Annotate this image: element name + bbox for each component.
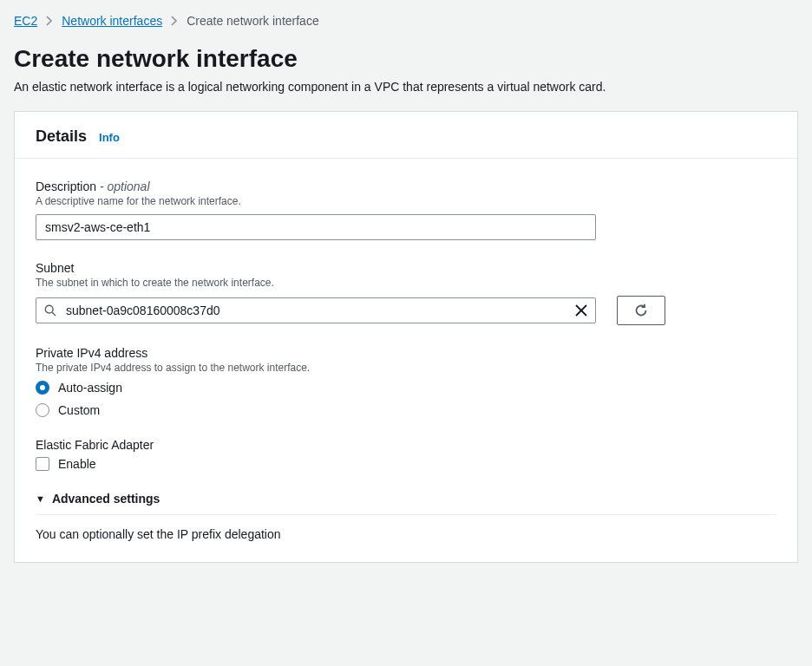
refresh-button[interactable] xyxy=(617,296,665,325)
radio-icon-selected xyxy=(36,381,49,395)
field-description: Description - optional A descriptive nam… xyxy=(36,180,776,240)
chevron-right-icon xyxy=(171,16,178,26)
subnet-help: The subnet in which to create the networ… xyxy=(36,277,776,289)
breadcrumb-link-ec2[interactable]: EC2 xyxy=(14,14,37,28)
details-panel: Details Info Description - optional A de… xyxy=(14,111,798,563)
info-link[interactable]: Info xyxy=(99,131,120,144)
caret-down-icon: ▼ xyxy=(36,493,45,504)
page-title: Create network interface xyxy=(14,45,798,73)
advanced-settings-toggle[interactable]: ▼ Advanced settings xyxy=(36,492,776,515)
efa-label: Elastic Fabric Adapter xyxy=(36,438,776,452)
field-ipv4: Private IPv4 address The private IPv4 ad… xyxy=(36,346,776,417)
advanced-section: ▼ Advanced settings You can optionally s… xyxy=(36,492,776,541)
description-label: Description - optional xyxy=(36,180,776,193)
radio-icon xyxy=(36,403,49,417)
radio-auto-assign[interactable]: Auto-assign xyxy=(36,381,776,395)
radio-custom[interactable]: Custom xyxy=(36,403,776,417)
refresh-icon xyxy=(634,304,648,317)
efa-enable-checkbox[interactable]: Enable xyxy=(36,457,776,471)
chevron-right-icon xyxy=(46,16,53,26)
description-input[interactable] xyxy=(36,214,596,240)
radio-custom-label: Custom xyxy=(58,403,100,417)
description-help: A descriptive name for the network inter… xyxy=(36,195,776,207)
subnet-label: Subnet xyxy=(36,261,776,275)
ipv4-label: Private IPv4 address xyxy=(36,346,776,360)
breadcrumb: EC2 Network interfaces Create network in… xyxy=(14,14,798,28)
advanced-body: You can optionally set the IP prefix del… xyxy=(36,527,776,541)
ipv4-help: The private IPv4 address to assign to th… xyxy=(36,362,776,374)
advanced-toggle-label: Advanced settings xyxy=(52,492,160,506)
checkbox-icon xyxy=(36,457,49,471)
description-label-main: Description xyxy=(36,180,96,193)
details-heading: Details xyxy=(36,127,87,146)
breadcrumb-link-network-interfaces[interactable]: Network interfaces xyxy=(62,14,162,28)
radio-auto-label: Auto-assign xyxy=(58,381,122,395)
subnet-input[interactable] xyxy=(36,297,596,323)
breadcrumb-current: Create network interface xyxy=(187,14,319,28)
subnet-select[interactable] xyxy=(36,297,596,323)
clear-icon[interactable] xyxy=(575,304,587,317)
page-description: An elastic network interface is a logica… xyxy=(14,80,798,94)
field-subnet: Subnet The subnet in which to create the… xyxy=(36,261,776,325)
description-label-optional: - optional xyxy=(96,180,149,193)
field-efa: Elastic Fabric Adapter Enable xyxy=(36,438,776,471)
efa-checkbox-label: Enable xyxy=(58,457,96,471)
panel-header: Details Info xyxy=(15,112,797,159)
ipv4-radio-group: Auto-assign Custom xyxy=(36,381,776,417)
